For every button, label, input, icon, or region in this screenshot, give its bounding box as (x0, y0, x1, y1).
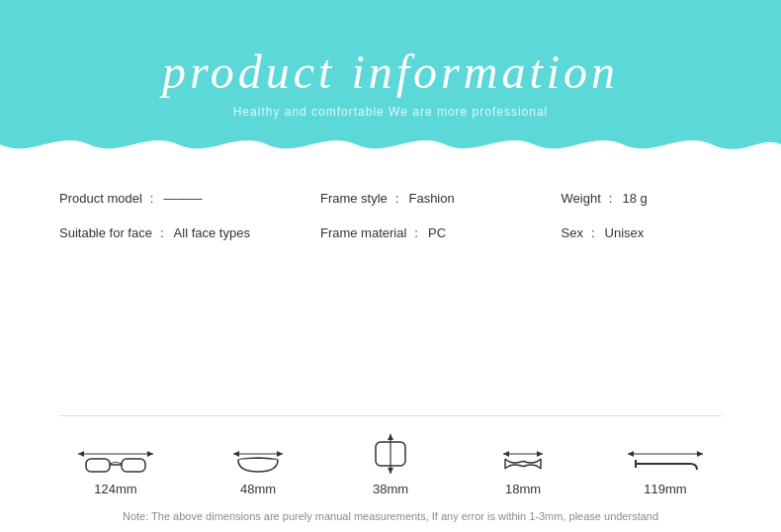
dim-icon-bridge (493, 432, 553, 476)
svg-marker-15 (537, 451, 543, 457)
svg-marker-1 (78, 451, 84, 457)
info-product-model: Product model : ——— (59, 191, 320, 206)
dim-value-124: 124mm (94, 482, 136, 496)
page-title: product information (162, 44, 619, 99)
dim-item-38: 38mm (361, 432, 420, 496)
dim-icon-lens-width (228, 432, 288, 476)
note-section: Note: The above dimensions are purely ma… (0, 506, 781, 532)
info-row-2: Suitable for face : All face types Frame… (59, 225, 722, 240)
dim-item-119: 119mm (626, 432, 705, 496)
header-section: product information Healthy and comforta… (0, 0, 781, 163)
svg-marker-14 (503, 451, 509, 457)
dim-icon-width (76, 432, 155, 476)
dim-value-18: 18mm (505, 482, 541, 496)
dimensions-section: 124mm 48mm (0, 416, 781, 506)
svg-marker-19 (628, 451, 634, 457)
dim-item-124: 124mm (76, 432, 155, 496)
svg-marker-20 (697, 451, 703, 457)
dim-item-48: 48mm (228, 432, 288, 496)
dim-icon-temple (626, 432, 705, 476)
dim-icon-lens-height (361, 432, 420, 476)
dim-value-48: 48mm (240, 482, 276, 496)
dim-item-18: 18mm (493, 432, 553, 496)
info-weight: Weight : 18 g (562, 191, 722, 206)
svg-marker-7 (233, 451, 239, 457)
svg-marker-2 (147, 451, 153, 457)
info-row-1: Product model : ——— Frame style : Fashio… (59, 191, 722, 206)
svg-rect-4 (122, 459, 145, 472)
info-sex: Sex : Unisex (562, 225, 722, 240)
note-text: Note: The above dimensions are purely ma… (59, 510, 722, 522)
svg-marker-10 (388, 434, 393, 440)
dim-value-38: 38mm (373, 482, 408, 496)
svg-marker-8 (277, 451, 283, 457)
page-wrapper: product information Healthy and comforta… (0, 0, 781, 532)
header-subtitle: Healthy and comfortable We are more prof… (233, 105, 549, 119)
svg-marker-11 (388, 468, 393, 474)
svg-rect-3 (86, 459, 110, 472)
info-section: Product model : ——— Frame style : Fashio… (0, 163, 781, 405)
dim-value-119: 119mm (644, 482, 686, 496)
info-frame-material: Frame material : PC (320, 225, 562, 240)
info-face-type: Suitable for face : All face types (59, 225, 320, 240)
info-frame-style: Frame style : Fashion (320, 191, 562, 206)
wave-decoration (0, 126, 781, 163)
